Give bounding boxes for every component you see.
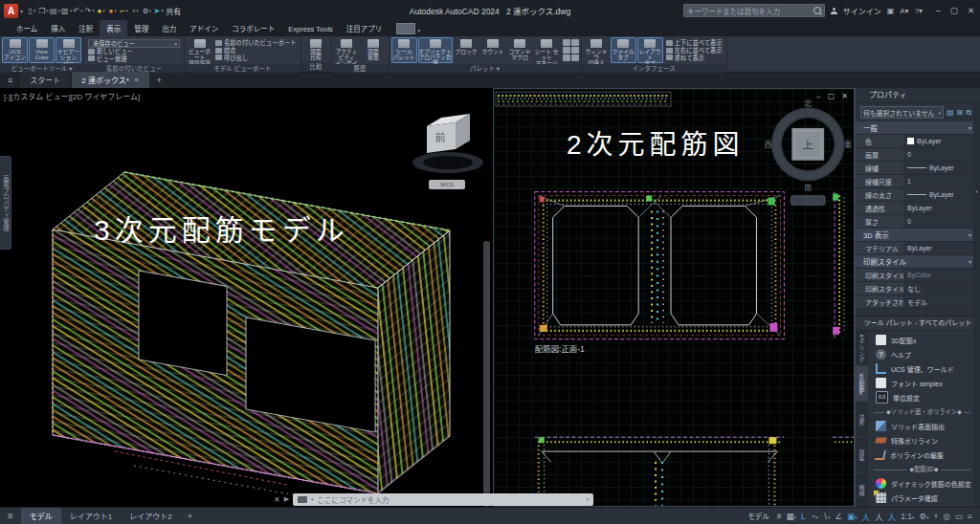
layout-tab[interactable]: レイアウト1 <box>61 508 121 524</box>
tool-palettes-toggle[interactable]: ツール パレット <box>391 37 417 63</box>
file-tab-menu-icon[interactable]: ≡ <box>0 76 20 88</box>
bulb-off-icon[interactable]: ●▾ <box>107 6 118 16</box>
workspace-icon[interactable]: ⚙▾ <box>919 512 928 521</box>
command-macros-button[interactable]: コマンド マクロ <box>507 37 533 63</box>
property-row[interactable]: 透過性 ByLayer <box>856 202 980 215</box>
ucs-icon-toggle[interactable]: UCS アイコン <box>2 37 28 63</box>
ribbon-tab[interactable]: ホーム <box>10 20 44 36</box>
undo-icon[interactable]: ↶▾ <box>73 6 83 16</box>
isolate-objects-icon[interactable]: ◎▾ <box>944 512 950 521</box>
ribbon-tab[interactable]: 出力 <box>155 20 183 36</box>
drawing-compare-button[interactable]: 図面 比較 <box>303 37 329 61</box>
polar-tracking-icon[interactable]: ◔▾ <box>811 512 818 521</box>
restore-button[interactable]: ▢ <box>950 6 958 15</box>
vp-restore-icon[interactable]: ▢ <box>828 92 835 100</box>
app-promo-thumbnail[interactable] <box>396 23 415 34</box>
property-row[interactable]: 厚さ 0 <box>856 215 980 229</box>
property-row[interactable]: アタッチされた印... モデル <box>856 295 980 309</box>
file-tabs-toggle[interactable]: ファイル タブ <box>611 37 636 63</box>
notifications-icon[interactable]: A▾ <box>900 7 908 15</box>
search-icon[interactable] <box>813 7 821 14</box>
viewcube-3d[interactable]: 前 WCS <box>412 114 483 189</box>
count-button[interactable]: カウント <box>480 37 506 63</box>
property-row[interactable]: 線の太さ ByLayer <box>856 188 980 202</box>
viewcube-toggle[interactable]: View Cube <box>29 37 55 63</box>
navbar-toggle[interactable]: ナビゲーション バー <box>56 37 81 63</box>
viewport-2d-window[interactable]: 配筋図:正面-1 <box>493 88 855 507</box>
property-row[interactable]: 画層 0 <box>856 148 980 162</box>
ribbon-tab[interactable]: Express Tools <box>281 22 340 36</box>
tool-palette-item[interactable]: 特殊ポリライン <box>868 433 980 448</box>
section-plot-style[interactable]: 印刷スタイル▾ <box>856 255 980 269</box>
redo-icon[interactable]: ↷▾ <box>84 6 95 16</box>
tool-palette-tab[interactable]: モデリング <box>856 331 868 366</box>
isodraft-icon[interactable]: ∖▾ <box>822 512 830 521</box>
tool-palette-item[interactable]: ◆ソリッド面・ポリライン◆ <box>868 404 980 419</box>
dynamic-input-icon[interactable]: L▾ <box>801 512 806 521</box>
annotation-visibility-icon[interactable]: 人▾ <box>862 511 871 522</box>
viewcube-2d[interactable]: 上 北 南 西 東 <box>765 99 853 205</box>
layer-properties-collapsed-tab[interactable]: 画層プロパティ管理 <box>0 156 11 250</box>
property-row[interactable]: 印刷スタイル テ... なし <box>856 282 980 295</box>
property-row[interactable]: マテリアル ByLayer <box>856 242 980 255</box>
vp-minimize-icon[interactable]: – <box>816 92 820 100</box>
select-objects-icon[interactable]: ⊞ <box>957 108 964 117</box>
search-input[interactable]: キーワードまたは語句を入力 <box>683 4 825 17</box>
current-layer[interactable]: 0▾ <box>142 6 152 16</box>
section-general[interactable]: 一般▾ <box>856 121 980 135</box>
tool-palette-tab[interactable]: 3D配筋x <box>856 366 868 402</box>
tool-palette-item[interactable]: UCS 管理、ワールド <box>868 361 980 376</box>
snap-icon[interactable]: ▦▾ <box>787 512 797 521</box>
annotation-scale-icon[interactable]: 人▾ <box>888 511 897 522</box>
unlock-icon[interactable]: ⌐▾ <box>119 6 129 16</box>
palette-extra-icons[interactable] <box>563 37 579 63</box>
section-3d-visualization[interactable]: 3D 表示▾ <box>856 229 980 242</box>
tool-palette-item[interactable]: ダイナミック鉄筋の色設定 <box>868 476 980 491</box>
tab-close-icon[interactable]: ✕ <box>134 76 140 84</box>
tool-palette-item[interactable]: ソリッド表面抽出 <box>868 419 980 433</box>
graphics-performance-icon[interactable]: ▭▾ <box>955 512 963 521</box>
annotation-autoscale-icon[interactable]: 人▾ <box>875 511 883 522</box>
ribbon-tab[interactable]: 管理 <box>127 20 155 36</box>
tool-palette-item[interactable]: ヘルプ <box>868 347 980 361</box>
property-row[interactable]: 線種 ByLayer <box>856 162 980 175</box>
grid-icon[interactable]: #▾ <box>777 512 782 521</box>
tab-document[interactable]: 2 連ボックス*✕ <box>72 72 148 88</box>
ribbon-tab[interactable]: 挿入 <box>44 20 72 36</box>
palette-scrollbar[interactable]: ▾ <box>973 102 980 507</box>
new-tab-button[interactable]: + <box>151 76 167 88</box>
customization-icon[interactable]: ≡▾ <box>968 512 972 521</box>
ribbon-tab[interactable]: 注釈 <box>72 20 100 36</box>
tool-palette-tab[interactable]: 建築 <box>856 438 868 473</box>
ribbon-tab[interactable]: 表示 <box>100 20 127 36</box>
sheet-set-manager-button[interactable]: シート セット マネージャ <box>534 37 560 63</box>
activity-insights-button[interactable]: アクティビティ インサイト <box>334 37 360 63</box>
command-close-icon[interactable]: ✕ <box>274 495 280 504</box>
tool-palette-item[interactable]: パラメータ確認 <box>868 491 980 505</box>
command-input[interactable]: ▾ ここにコマンドを入力 ▾ <box>293 493 593 506</box>
close-button[interactable]: ✕ <box>968 6 974 15</box>
annotation-scale-value[interactable]: 1:1▾ <box>901 512 914 521</box>
quick-select-icon[interactable]: ⧉ <box>966 108 971 118</box>
help-icon[interactable]: ?▾ <box>915 7 923 15</box>
layout-tabs-toggle[interactable]: レイアウト タブ <box>637 37 663 63</box>
model-space-label[interactable]: モデル▾ <box>747 511 769 521</box>
bulb-on-icon[interactable]: ●▾ <box>96 6 106 16</box>
cascade-button[interactable]: 重ねて表示 <box>666 55 723 62</box>
selection-dropdown[interactable]: 何も選択されていません▾ <box>860 106 944 119</box>
layer-swatch-icon[interactable]: ▫▾ <box>130 6 141 16</box>
drawing-history-button[interactable]: 図面 履歴 <box>361 37 387 63</box>
layout-menu-icon[interactable]: ≡ <box>0 511 21 521</box>
viewport-controls-label[interactable]: [-][カスタム ビュー][2D ワイヤフレーム] <box>4 91 140 101</box>
command-caret-icon[interactable]: ▾ <box>311 496 314 502</box>
ribbon-tab[interactable]: コラボレート <box>225 20 281 36</box>
blocks-button[interactable]: ブロック <box>454 37 479 63</box>
save-icon[interactable]: ▤▾ <box>50 6 60 16</box>
promo-caret-icon[interactable]: ▾ <box>417 27 420 33</box>
object-snap-tracking-icon[interactable]: ∠▾ <box>835 512 842 521</box>
tool-palette-item[interactable]: ◆配筋3D◆ <box>868 462 980 476</box>
property-row[interactable]: 印刷スタイル ByColor <box>856 269 980 282</box>
properties-title[interactable]: プロパティ <box>856 88 980 103</box>
annotation-monitor-icon[interactable]: +▾ <box>934 512 939 521</box>
tool-palette-tab[interactable]: 注釈 <box>856 402 868 437</box>
